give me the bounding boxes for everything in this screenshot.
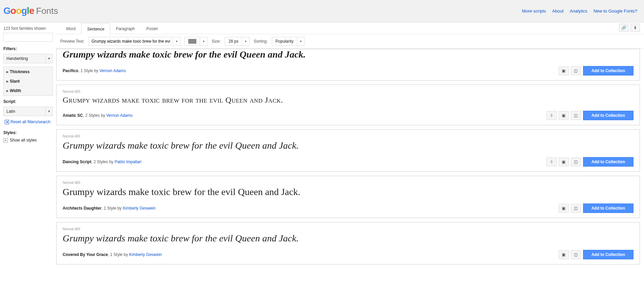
author-link[interactable]: Kimberly Geswein	[129, 252, 162, 257]
sidebar: 123 font families shown Filters: Handwri…	[0, 23, 56, 273]
size-label: Size:	[212, 39, 221, 44]
font-card: Normal 400Grumpy wizards make toxic brew…	[56, 85, 640, 125]
add-to-collection-button[interactable]: Add to Collection	[583, 157, 634, 167]
download-icon[interactable]: ⬇	[630, 24, 640, 32]
card-actions: ⇩▣◫Add to Collection	[546, 157, 634, 167]
preview-text-label: Preview Text:	[60, 39, 84, 44]
author-link[interactable]: Pablo Impallari	[114, 159, 141, 164]
chevron-down-icon[interactable]: ▼	[242, 37, 250, 46]
author-link[interactable]: Kimberly Geswein	[123, 206, 155, 211]
chevron-down-icon: ▼	[45, 54, 53, 63]
preview-text-input[interactable]	[88, 37, 173, 46]
tab-actions: 🔗 ⬇	[619, 24, 640, 34]
main: WordSentenceParagraphPoster 🔗 ⬇ Preview …	[56, 23, 644, 273]
link-icon[interactable]: 🔗	[619, 24, 628, 32]
card-actions: ▣◫Add to Collection	[559, 66, 634, 76]
link-analytics[interactable]: Analytics	[570, 8, 587, 14]
logo[interactable]: Google Fonts	[3, 5, 58, 16]
font-sample[interactable]: Grumpy wizards make toxic brew for the e…	[63, 49, 634, 60]
link-more-scripts[interactable]: More scripts	[522, 8, 546, 14]
chevron-down-icon[interactable]: ▼	[200, 37, 208, 46]
script-label: Script:	[3, 99, 53, 104]
reset-filters[interactable]: ✕ Reset all filters/search	[5, 120, 53, 124]
pop-out-icon[interactable]: ▣	[559, 66, 569, 75]
card-footer: Covered By Your Grace, 1 Style by Kimber…	[63, 250, 634, 259]
card-footer: Dancing Script, 2 Styles by Pablo Impall…	[63, 157, 634, 167]
add-to-collection-button[interactable]: Add to Collection	[583, 111, 634, 120]
link-about[interactable]: About	[552, 8, 564, 14]
keyboard-icon	[188, 39, 196, 44]
author-link[interactable]: Vernon Adams	[106, 113, 133, 118]
link-new-to-google-fonts[interactable]: New to Google Fonts?	[594, 8, 637, 14]
families-count: 123 font families shown	[3, 26, 53, 31]
category-value: Handwriting	[3, 54, 45, 63]
font-sample[interactable]: Grumpy wizards make toxic brew for the e…	[63, 95, 634, 105]
controls-bar: Preview Text: ▼ ▼ Size: 28 px ▼ Sorting:…	[56, 34, 644, 49]
pop-out-icon[interactable]: ▣	[559, 157, 569, 166]
keyboard-button[interactable]	[185, 37, 200, 46]
styles-label: Styles:	[3, 130, 53, 135]
pop-out-icon[interactable]: ▣	[559, 204, 569, 213]
size-value[interactable]: 28 px	[225, 37, 242, 46]
show-all-styles[interactable]: + Show all styles	[3, 138, 53, 143]
font-list: Grumpy wizards make toxic brew for the e…	[56, 49, 644, 273]
view-tabs: WordSentenceParagraphPoster	[60, 23, 164, 34]
collection-icon[interactable]: ◫	[571, 111, 581, 120]
add-to-collection-button[interactable]: Add to Collection	[583, 250, 634, 259]
card-footer: Architects Daughter, 1 Style by Kimberly…	[63, 203, 634, 213]
script-value: Latin	[3, 107, 45, 116]
card-actions: ▣◫Add to Collection	[559, 203, 634, 213]
card-actions: ▣◫Add to Collection	[559, 250, 634, 259]
font-card: Normal 400Grumpy wizards make toxic brew…	[56, 176, 640, 218]
font-card: Normal 400Grumpy wizards make toxic brew…	[56, 129, 640, 172]
filters-label: Filters:	[3, 46, 53, 51]
weight-label: Normal 400	[63, 181, 634, 185]
sorting-value[interactable]: Popularity	[272, 37, 297, 46]
facet-width[interactable]: ▶Width	[4, 86, 52, 95]
tab-poster[interactable]: Poster	[141, 23, 164, 34]
chevron-down-icon[interactable]: ▼	[173, 37, 180, 46]
caret-right-icon: ▶	[6, 70, 8, 73]
caret-right-icon: ▶	[6, 80, 8, 83]
font-sample[interactable]: Grumpy wizards make toxic brew for the e…	[63, 140, 634, 151]
header: Google Fonts More scripts About Analytic…	[0, 0, 644, 23]
pop-out-icon[interactable]: ▣	[559, 250, 569, 259]
collection-icon[interactable]: ◫	[571, 204, 581, 213]
font-meta: Amatic SC, 2 Styles by Vernon Adams	[63, 113, 133, 118]
add-to-collection-button[interactable]: Add to Collection	[583, 203, 634, 213]
weight-label: Normal 400	[63, 90, 634, 93]
card-actions: ⇩▣◫Add to Collection	[546, 111, 634, 120]
caret-right-icon: ▶	[6, 89, 8, 92]
tab-word[interactable]: Word	[60, 23, 81, 34]
weight-label: Normal 400	[63, 227, 634, 231]
add-to-collection-button[interactable]: Add to Collection	[583, 66, 634, 76]
sorting-label: Sorting:	[254, 39, 267, 44]
pop-out-icon[interactable]: ▣	[559, 111, 569, 120]
collection-icon[interactable]: ◫	[571, 157, 581, 166]
chevron-down-icon[interactable]: ▼	[297, 37, 305, 46]
tab-sentence[interactable]: Sentence	[81, 23, 110, 34]
search-input[interactable]	[3, 33, 53, 42]
card-footer: Amatic SC, 2 Styles by Vernon Adams⇩▣◫Ad…	[63, 111, 634, 120]
header-links: More scripts About Analytics New to Goog…	[522, 8, 637, 14]
author-link[interactable]: Vernon Adams	[100, 68, 126, 73]
card-footer: Pacifico, 1 Style by Vernon Adams▣◫Add t…	[63, 66, 634, 76]
facet-slant[interactable]: ▶Slant	[4, 77, 52, 86]
tabs-row: WordSentenceParagraphPoster 🔗 ⬇	[56, 23, 644, 34]
font-meta: Pacifico, 1 Style by Vernon Adams	[63, 68, 126, 73]
quick-use-icon[interactable]: ⇩	[546, 111, 557, 120]
category-select[interactable]: Handwriting ▼	[3, 54, 53, 63]
collection-icon[interactable]: ◫	[571, 250, 581, 259]
collection-icon[interactable]: ◫	[571, 66, 581, 75]
font-sample[interactable]: Grumpy wizards make toxic brew for the e…	[63, 233, 634, 244]
logo-fonts: Fonts	[36, 6, 58, 16]
weight-label: Normal 400	[63, 134, 634, 138]
tab-paragraph[interactable]: Paragraph	[110, 23, 141, 34]
font-sample[interactable]: Grumpy wizards make toxic brew for the e…	[63, 187, 634, 197]
facet-thickness[interactable]: ▶Thickness	[4, 67, 52, 77]
quick-use-icon[interactable]: ⇩	[546, 157, 557, 166]
script-select[interactable]: Latin ▼	[3, 107, 53, 116]
plus-icon: +	[3, 138, 8, 143]
close-icon: ✕	[5, 120, 9, 124]
chevron-down-icon: ▼	[45, 107, 53, 116]
